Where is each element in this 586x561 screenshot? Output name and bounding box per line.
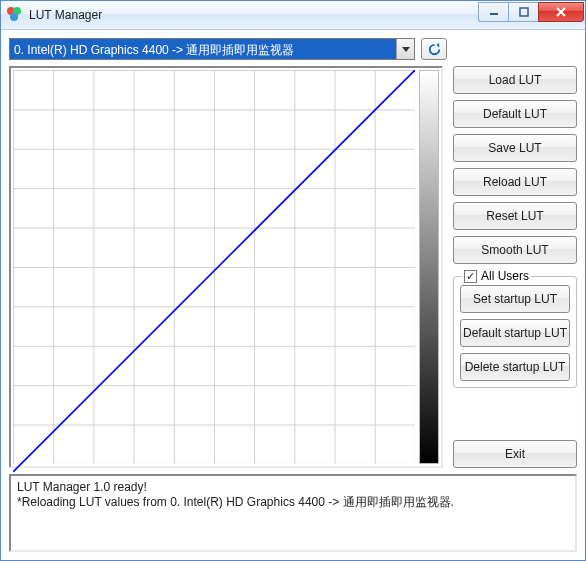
lut-chart bbox=[13, 70, 439, 464]
app-window: LUT Manager 0. Intel(R) HD Graphics 4400… bbox=[0, 0, 586, 561]
save-lut-button[interactable]: Save LUT bbox=[453, 134, 577, 162]
default-startup-button[interactable]: Default startup LUT bbox=[460, 319, 570, 347]
exit-button[interactable]: Exit bbox=[453, 440, 577, 468]
close-icon bbox=[555, 6, 567, 18]
device-selected: 0. Intel(R) HD Graphics 4400 -> 通用即插即用监视… bbox=[10, 39, 396, 59]
window-title: LUT Manager bbox=[29, 8, 102, 22]
main-row: Load LUT Default LUT Save LUT Reload LUT… bbox=[9, 66, 577, 468]
allusers-legend: All Users bbox=[462, 269, 531, 283]
titlebar[interactable]: LUT Manager bbox=[1, 0, 585, 30]
svg-marker-4 bbox=[436, 42, 439, 47]
refresh-icon bbox=[427, 42, 442, 57]
lut-curve bbox=[13, 70, 415, 472]
set-startup-button[interactable]: Set startup LUT bbox=[460, 285, 570, 313]
side-buttons: Load LUT Default LUT Save LUT Reload LUT… bbox=[453, 66, 577, 468]
allusers-label: All Users bbox=[481, 269, 529, 283]
close-button[interactable] bbox=[538, 2, 584, 22]
load-lut-button[interactable]: Load LUT bbox=[453, 66, 577, 94]
status-line: *Reloading LUT values from 0. Intel(R) H… bbox=[17, 494, 569, 511]
minimize-button[interactable] bbox=[478, 2, 508, 22]
lut-grid bbox=[13, 70, 415, 464]
allusers-group: All Users Set startup LUT Default startu… bbox=[453, 276, 577, 388]
status-log: LUT Manager 1.0 ready! *Reloading LUT va… bbox=[9, 474, 577, 552]
maximize-icon bbox=[519, 7, 529, 17]
allusers-checkbox[interactable] bbox=[464, 270, 477, 283]
default-lut-button[interactable]: Default LUT bbox=[453, 100, 577, 128]
delete-startup-button[interactable]: Delete startup LUT bbox=[460, 353, 570, 381]
chevron-down-icon[interactable] bbox=[396, 39, 414, 59]
client-area: 0. Intel(R) HD Graphics 4400 -> 通用即插即用监视… bbox=[1, 30, 585, 560]
refresh-button[interactable] bbox=[421, 38, 447, 60]
device-row: 0. Intel(R) HD Graphics 4400 -> 通用即插即用监视… bbox=[9, 38, 577, 60]
reset-lut-button[interactable]: Reset LUT bbox=[453, 202, 577, 230]
window-controls bbox=[478, 1, 584, 29]
minimize-icon bbox=[489, 7, 499, 17]
svg-rect-1 bbox=[520, 8, 528, 16]
svg-line-5 bbox=[13, 70, 415, 472]
gradient-bar bbox=[419, 70, 439, 464]
lut-chart-frame bbox=[9, 66, 443, 468]
status-line: LUT Manager 1.0 ready! bbox=[17, 480, 569, 494]
device-dropdown[interactable]: 0. Intel(R) HD Graphics 4400 -> 通用即插即用监视… bbox=[9, 38, 415, 60]
smooth-lut-button[interactable]: Smooth LUT bbox=[453, 236, 577, 264]
reload-lut-button[interactable]: Reload LUT bbox=[453, 168, 577, 196]
maximize-button[interactable] bbox=[508, 2, 538, 22]
app-icon bbox=[7, 7, 23, 23]
